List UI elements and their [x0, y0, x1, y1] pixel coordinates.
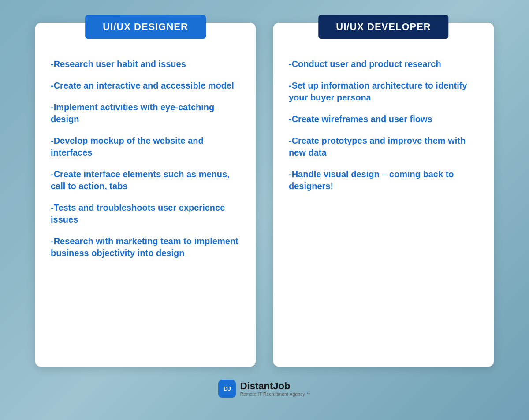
developer-content: -Conduct user and product research -Set … [273, 49, 494, 211]
list-item: -Conduct user and product research [289, 58, 478, 70]
list-item: -Create wireframes and user flows [289, 113, 478, 125]
brand-text-container: DistantJob Remote IT Recruitment Agency … [240, 380, 311, 397]
brand-tagline: Remote IT Recruitment Agency ™ [240, 392, 311, 397]
branding: DJ DistantJob Remote IT Recruitment Agen… [218, 380, 311, 398]
list-item: -Create interface elements such as menus… [51, 168, 240, 192]
designer-card: UI/UX DESIGNER -Research user habit and … [35, 23, 256, 367]
developer-card-header: UI/UX DEVELOPER [318, 15, 448, 39]
list-item: -Research with marketing team to impleme… [51, 235, 240, 259]
brand-name: DistantJob [240, 380, 311, 392]
list-item: -Implement activities with eye-catching … [51, 101, 240, 125]
list-item: -Develop mockup of the website and inter… [51, 135, 240, 159]
list-item: -Research user habit and issues [51, 58, 240, 70]
list-item: -Handle visual design – coming back to d… [289, 168, 478, 192]
designer-card-header: UI/UX DESIGNER [85, 15, 206, 39]
designer-title: UI/UX DESIGNER [103, 21, 188, 32]
list-item: -Create an interactive and accessible mo… [51, 80, 240, 92]
developer-card: UI/UX DEVELOPER -Conduct user and produc… [273, 23, 494, 367]
brand-logo: DJ [218, 380, 236, 398]
list-item: -Create prototypes and improve them with… [289, 135, 478, 159]
list-item: -Tests and troubleshoots user experience… [51, 202, 240, 226]
designer-content: -Research user habit and issues -Create … [35, 49, 256, 278]
developer-title: UI/UX DEVELOPER [336, 21, 431, 32]
list-item: -Set up information architecture to iden… [289, 80, 478, 104]
cards-container: UI/UX DESIGNER -Research user habit and … [0, 23, 529, 367]
